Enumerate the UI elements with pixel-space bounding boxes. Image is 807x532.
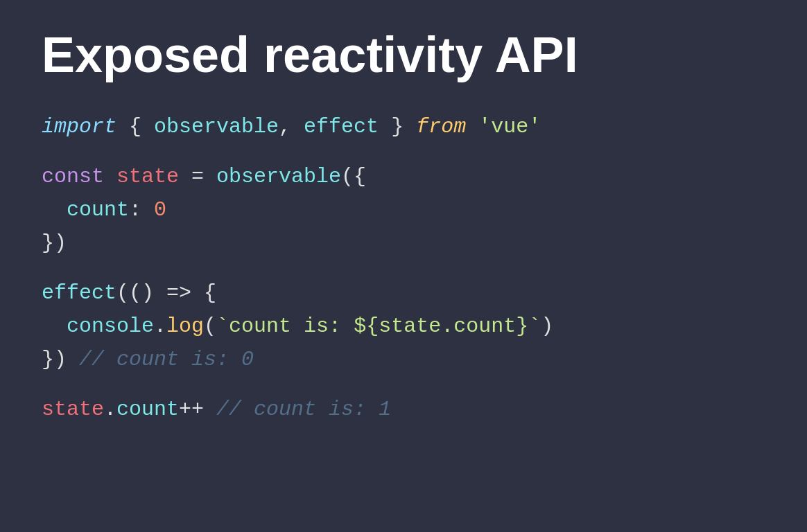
code-line-import: import { observable , effect } from 'vue… — [42, 110, 765, 143]
code-space — [466, 110, 478, 143]
code-log-close: ) — [541, 310, 553, 343]
code-brace-close: } — [379, 110, 416, 143]
spacer-3 — [42, 376, 765, 393]
code-observable: observable — [154, 110, 279, 143]
code-console: console — [67, 310, 154, 343]
code-observable-call: observable — [216, 160, 341, 193]
code-close-obj: }) — [42, 227, 67, 260]
code-paren-obj: ({ — [341, 160, 366, 193]
keyword-const: const — [42, 160, 104, 193]
code-line-const: const state = observable ({ — [42, 160, 765, 193]
code-space2 — [104, 160, 116, 193]
code-line-count: count : 0 — [42, 193, 765, 227]
keyword-from: from — [416, 110, 466, 143]
code-line-increment: state . count ++ // count is: 1 — [42, 393, 765, 426]
keyword-import: import — [42, 110, 116, 143]
code-state-ref: state — [42, 393, 104, 426]
code-line-close-obj: }) — [42, 227, 765, 260]
code-brace-open: { — [116, 110, 154, 143]
code-effect-paren: (() => { — [116, 276, 216, 310]
code-line-console: console . log ( `count is: ${state.count… — [42, 310, 765, 343]
code-effect-import: effect — [304, 110, 379, 143]
code-block: import { observable , effect } from 'vue… — [42, 110, 765, 426]
code-comment-1: // count is: 0 — [79, 343, 254, 376]
code-state-var: state — [116, 160, 179, 193]
main-container: Exposed reactivity API import { observab… — [0, 0, 807, 532]
code-count-prop: count — [67, 193, 129, 227]
code-log: log — [166, 310, 204, 343]
code-line-effect: effect (() => { — [42, 276, 765, 310]
code-log-paren: ( — [204, 310, 216, 343]
spacer-2 — [42, 260, 765, 276]
code-dot2: . — [104, 393, 116, 426]
code-dot1: . — [154, 310, 166, 343]
code-indent2 — [42, 310, 67, 343]
spacer-1 — [42, 143, 765, 160]
code-plusplus: ++ — [179, 393, 216, 426]
code-close-effect: }) — [42, 343, 79, 376]
code-line-effect-close: }) // count is: 0 — [42, 343, 765, 376]
code-equals: = — [179, 160, 216, 193]
code-string-vue: 'vue' — [478, 110, 541, 143]
code-template-string: `count is: ${state.count}` — [216, 310, 541, 343]
code-indent — [42, 193, 67, 227]
code-effect-call: effect — [42, 276, 116, 310]
code-comment-2: // count is: 1 — [216, 393, 391, 426]
code-zero: 0 — [154, 193, 166, 227]
page-title: Exposed reactivity API — [42, 28, 765, 82]
code-count-ref: count — [116, 393, 179, 426]
code-comma: , — [279, 110, 304, 143]
code-colon: : — [129, 193, 154, 227]
